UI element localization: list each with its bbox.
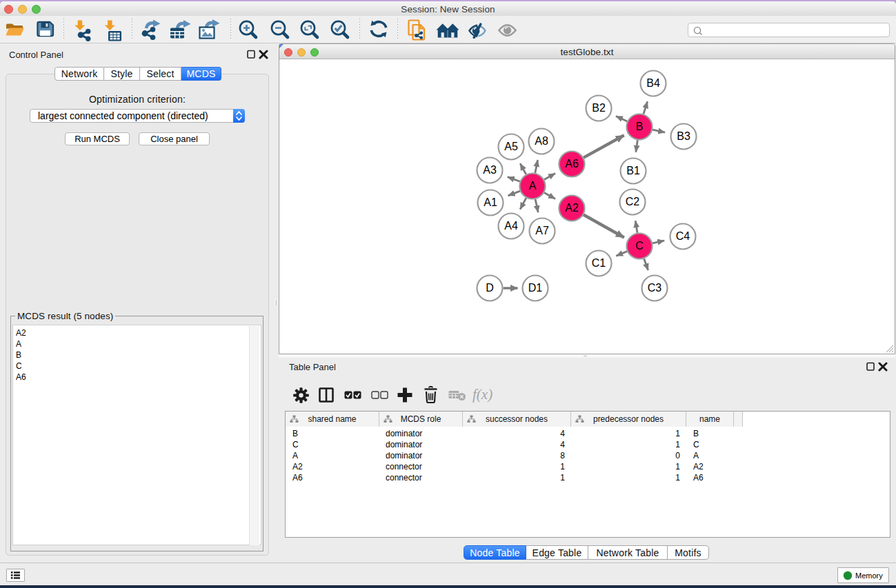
svg-text:A2: A2 [565, 202, 579, 214]
svg-text:B2: B2 [592, 102, 606, 114]
svg-text:A7: A7 [535, 225, 549, 236]
svg-text:B4: B4 [646, 77, 660, 89]
svg-text:B: B [636, 121, 644, 132]
svg-text:B3: B3 [677, 130, 690, 142]
svg-text:A8: A8 [535, 135, 548, 147]
svg-text:C: C [635, 240, 644, 252]
svg-text:A: A [529, 180, 537, 192]
svg-text:A1: A1 [484, 196, 497, 208]
svg-text:f(x): f(x) [472, 386, 492, 403]
svg-text:D1: D1 [528, 282, 543, 294]
svg-text:C1: C1 [592, 257, 606, 269]
svg-text:A5: A5 [504, 141, 518, 152]
svg-text:B1: B1 [626, 165, 640, 176]
svg-text:D: D [486, 282, 494, 294]
svg-text:A3: A3 [483, 164, 497, 176]
svg-text:C4: C4 [676, 230, 690, 242]
svg-text:C2: C2 [626, 196, 640, 207]
svg-text:A6: A6 [565, 158, 579, 170]
svg-text:A4: A4 [504, 220, 518, 232]
svg-text:C3: C3 [648, 282, 662, 294]
